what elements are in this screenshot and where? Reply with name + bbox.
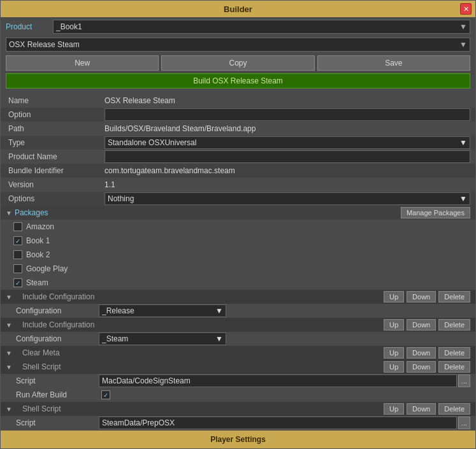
content-area: Product _Book1 ▼ OSX Release Steam ▼ New…	[1, 17, 475, 448]
steam-label: Steam	[26, 278, 48, 287]
include-config-1-down[interactable]: Down	[407, 291, 436, 303]
script-1-input[interactable]	[99, 374, 457, 387]
product-label: Product	[6, 22, 50, 31]
include-config-1-up[interactable]: Up	[384, 291, 404, 303]
clear-meta-up[interactable]: Up	[384, 347, 404, 359]
shell-script-1-up[interactable]: Up	[384, 361, 404, 373]
include-config-2-up[interactable]: Up	[384, 319, 404, 331]
packages-label: Packages	[15, 208, 48, 217]
shell-script-1-triangle: ▼	[6, 364, 12, 371]
copy-button[interactable]: Copy	[161, 55, 314, 71]
book2-row: Book 2	[1, 248, 475, 262]
clear-meta-actions: Up Down Delete	[384, 347, 470, 359]
product-dropdown[interactable]: _Book1 ▼	[53, 20, 470, 34]
google-play-checkbox[interactable]	[13, 264, 22, 273]
script-2-input-wrap: ...	[99, 417, 470, 429]
shell-script-1-down[interactable]: Down	[407, 361, 436, 373]
include-config-2-down[interactable]: Down	[407, 319, 436, 331]
player-settings-bar[interactable]: Player Settings	[1, 431, 475, 448]
config-2-dropdown[interactable]: _Steam ▼	[99, 332, 226, 345]
new-button[interactable]: New	[6, 55, 159, 71]
type-dropdown-arrow: ▼	[459, 138, 467, 147]
include-config-2-triangle: ▼	[6, 322, 12, 329]
shell-script-2-up[interactable]: Up	[384, 403, 404, 415]
config-1-row: Configuration _Release ▼	[1, 304, 475, 318]
clear-meta-delete[interactable]: Delete	[438, 347, 470, 359]
book1-label: Book 1	[26, 236, 50, 245]
version-value: 1.1	[105, 180, 470, 189]
amazon-row: Amazon	[1, 220, 475, 234]
config-2-arrow: ▼	[215, 334, 223, 343]
include-config-1-header: ▼ Include Configuration Up Down Delete	[1, 290, 475, 304]
shell-script-1-header: ▼ Shell Script Up Down Delete	[1, 360, 475, 374]
title-bar: Builder ✕	[1, 1, 475, 17]
type-dropdown[interactable]: Standalone OSXUniversal ▼	[105, 136, 470, 149]
include-config-1-actions: Up Down Delete	[384, 291, 470, 303]
shell-script-1-delete[interactable]: Delete	[438, 361, 470, 373]
clear-meta-triangle: ▼	[6, 350, 12, 357]
book2-label: Book 2	[26, 250, 50, 259]
close-button[interactable]: ✕	[460, 3, 472, 15]
clear-meta-down[interactable]: Down	[407, 347, 436, 359]
packages-section-header: ▼ Packages Manage Packages	[1, 206, 475, 220]
google-play-row: Google Play	[1, 262, 475, 276]
config-1-label: Configuration	[16, 306, 99, 315]
profile-dropdown[interactable]: OSX Release Steam ▼	[6, 38, 470, 52]
script-2-ellipsis[interactable]: ...	[458, 417, 470, 429]
config-1-dropdown[interactable]: _Release ▼	[99, 304, 226, 317]
include-config-1-delete[interactable]: Delete	[438, 291, 470, 303]
save-button[interactable]: Save	[317, 55, 470, 71]
script-1-label: Script	[16, 376, 99, 385]
form-area: Name OSX Release Steam Option Path Build…	[1, 91, 475, 431]
type-label: Type	[6, 138, 105, 147]
profile-row: OSX Release Steam ▼	[1, 36, 475, 53]
version-label: Version	[6, 180, 105, 189]
build-button[interactable]: Build OSX Release Steam	[6, 73, 470, 89]
include-config-1-triangle: ▼	[6, 294, 12, 301]
steam-checkbox[interactable]	[13, 278, 22, 287]
config-1-arrow: ▼	[215, 306, 223, 315]
run-after-1-row: Run After Build	[1, 388, 475, 402]
manage-packages-button[interactable]: Manage Packages	[401, 207, 470, 218]
product-name-label: Product Name	[6, 152, 105, 161]
include-config-2-header: ▼ Include Configuration Up Down Delete	[1, 318, 475, 332]
bundle-id-value: com.tortugateam.bravelandmac.steam	[105, 166, 470, 175]
bundle-id-row: Bundle Identifier com.tortugateam.bravel…	[1, 164, 475, 178]
include-config-2-delete[interactable]: Delete	[438, 319, 470, 331]
include-config-2-label: Include Configuration	[15, 320, 94, 329]
product-name-input[interactable]	[105, 150, 470, 163]
name-value: OSX Release Steam	[105, 96, 470, 105]
script-2-label: Script	[16, 418, 99, 427]
product-name-row: Product Name	[1, 150, 475, 164]
script-1-input-wrap: ...	[99, 374, 470, 387]
clear-meta-label: Clear Meta	[15, 348, 60, 357]
shell-script-2-down[interactable]: Down	[407, 403, 436, 415]
type-value: Standalone OSXUniversal	[108, 138, 196, 147]
config-2-value: _Steam	[102, 334, 128, 343]
shell-script-1-actions: Up Down Delete	[384, 361, 470, 373]
script-1-ellipsis[interactable]: ...	[458, 374, 470, 387]
book2-checkbox[interactable]	[13, 250, 22, 259]
clear-meta-header: ▼ Clear Meta Up Down Delete	[1, 346, 475, 360]
type-row: Type Standalone OSXUniversal ▼	[1, 136, 475, 150]
shell-script-1-label: Shell Script	[15, 362, 61, 371]
google-play-label: Google Play	[26, 264, 68, 273]
config-1-value: _Release	[102, 306, 134, 315]
script-2-input[interactable]	[99, 417, 457, 429]
shell-script-2-triangle: ▼	[6, 406, 12, 413]
version-row: Version 1.1	[1, 178, 475, 192]
script-2-row: Script ...	[1, 416, 475, 430]
config-2-row: Configuration _Steam ▼	[1, 332, 475, 346]
shell-script-2-delete[interactable]: Delete	[438, 403, 470, 415]
include-config-2-actions: Up Down Delete	[384, 319, 470, 331]
book1-checkbox[interactable]	[13, 236, 22, 245]
script-1-row: Script ...	[1, 374, 475, 388]
options-dropdown[interactable]: Nothing ▼	[105, 192, 470, 205]
product-value: _Book1	[56, 22, 82, 31]
run-after-1-checkbox[interactable]	[101, 390, 110, 399]
amazon-checkbox[interactable]	[13, 222, 22, 231]
path-row: Path Builds/OSX/Braveland Steam/Bravelan…	[1, 122, 475, 136]
option-input[interactable]	[105, 108, 470, 121]
include-config-1-label: Include Configuration	[15, 292, 94, 301]
product-dropdown-arrow: ▼	[459, 22, 467, 31]
